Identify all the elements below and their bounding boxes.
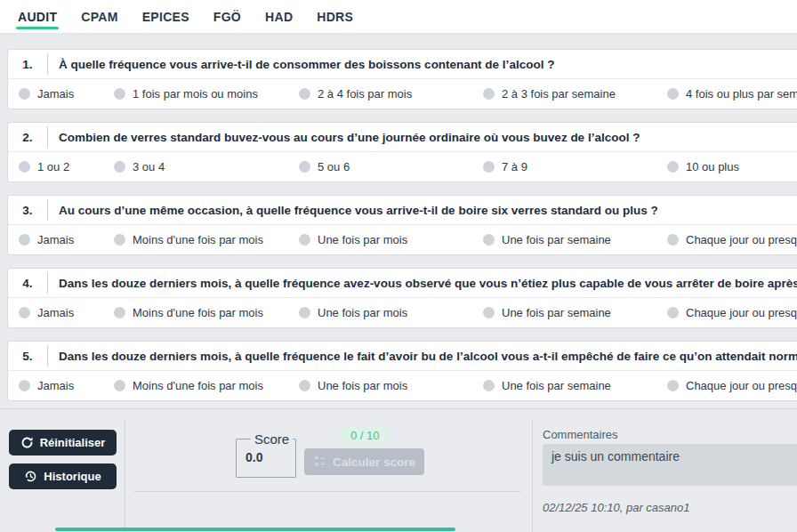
radio-option[interactable]: Chaque jour ou presque (667, 379, 797, 392)
score-value: 0.0 (246, 450, 295, 464)
radio-icon[interactable] (483, 307, 495, 318)
radio-icon[interactable] (299, 380, 310, 391)
question-title-row: 2. Combien de verres standard buvez-vous… (8, 123, 797, 152)
radio-option[interactable]: 5 ou 6 (299, 160, 483, 173)
radio-option[interactable]: 7 à 9 (483, 160, 667, 173)
radio-option[interactable]: 4 fois ou plus par semaine (667, 87, 797, 101)
radio-icon[interactable] (299, 234, 310, 246)
question-card-4: 4. Dans les douze derniers mois, à quell… (7, 268, 797, 328)
radio-icon[interactable] (19, 307, 30, 318)
radio-option-label: Une fois par semaine (502, 306, 611, 319)
question-options-row: 1 ou 2 3 ou 4 5 ou 6 7 à 9 10 ou plus (8, 152, 797, 181)
tab-bar: AUDIT CPAM EPICES FGÖ HAD HDRS (0, 0, 797, 34)
calculate-score-label: Calculer score (333, 455, 415, 469)
question-text: Dans les douze derniers mois, à quelle f… (48, 277, 797, 290)
radio-option[interactable]: Une fois par mois (299, 379, 483, 392)
calculate-score-button[interactable]: +−×÷ Calculer score (304, 448, 424, 475)
radio-icon[interactable] (114, 234, 125, 246)
question-options-row: Jamais Moins d'une fois par mois Une foi… (8, 371, 797, 400)
comments-label: Commentaires (543, 428, 618, 441)
radio-option[interactable]: 1 fois par mois ou moins (114, 87, 299, 101)
radio-icon[interactable] (299, 161, 310, 173)
question-text: À quelle fréquence vous arrive-t-il de c… (48, 58, 554, 71)
radio-option[interactable]: Une fois par semaine (483, 233, 667, 246)
radio-icon[interactable] (483, 234, 495, 246)
radio-option[interactable]: Chaque jour ou presque (667, 233, 797, 246)
divider (133, 491, 521, 492)
radio-option-label: Moins d'une fois par mois (133, 233, 263, 246)
refresh-icon (20, 436, 34, 449)
radio-option[interactable]: Chaque jour ou presque (667, 306, 797, 319)
radio-icon[interactable] (19, 380, 30, 391)
radio-option[interactable]: Une fois par mois (299, 306, 483, 319)
radio-option[interactable]: 3 ou 4 (114, 160, 299, 173)
radio-icon[interactable] (114, 380, 125, 391)
score-legend: Score (251, 431, 293, 447)
question-card-5: 5. Dans les douze derniers mois, à quell… (7, 341, 797, 401)
tab-epices[interactable]: EPICES (141, 0, 191, 33)
reset-button[interactable]: Réinitialiser (9, 430, 117, 455)
radio-option[interactable]: 1 ou 2 (19, 160, 114, 173)
comments-textarea[interactable]: je suis un commentaire (543, 444, 797, 486)
radio-option-label: Chaque jour ou presque (686, 379, 797, 392)
radio-option-label: Jamais (37, 306, 74, 319)
tab-cpam[interactable]: CPAM (79, 0, 119, 33)
radio-icon[interactable] (667, 234, 679, 246)
question-title-row: 3. Au cours d’une même occasion, à quell… (8, 196, 797, 225)
radio-option-label: Moins d'une fois par mois (133, 306, 263, 319)
radio-option[interactable]: 2 à 3 fois par semaine (483, 87, 667, 101)
radio-icon[interactable] (114, 88, 125, 100)
radio-option[interactable]: Moins d'une fois par mois (114, 306, 299, 319)
radio-option[interactable]: Jamais (19, 306, 114, 319)
tab-had[interactable]: HAD (263, 0, 294, 33)
question-title-row: 1. À quelle fréquence vous arrive-t-il d… (8, 50, 797, 79)
radio-icon[interactable] (483, 88, 495, 100)
radio-option[interactable]: Moins d'une fois par mois (114, 379, 299, 392)
tab-audit[interactable]: AUDIT (16, 0, 59, 33)
radio-icon[interactable] (667, 88, 679, 100)
questionnaire-app: AUDIT CPAM EPICES FGÖ HAD HDRS 1. À quel… (0, 0, 797, 532)
question-text: Dans les douze derniers mois, à quelle f… (48, 350, 797, 363)
radio-option-label: 2 à 3 fois par semaine (502, 87, 616, 101)
radio-icon[interactable] (19, 88, 30, 100)
horizontal-scrollbar-thumb[interactable] (55, 528, 455, 531)
radio-icon[interactable] (299, 88, 310, 100)
radio-icon[interactable] (667, 161, 679, 173)
radio-option-label: Une fois par mois (318, 233, 407, 246)
radio-icon[interactable] (114, 307, 125, 318)
radio-option[interactable]: Jamais (19, 233, 114, 246)
history-button[interactable]: Historique (9, 463, 117, 489)
radio-option[interactable]: Une fois par semaine (483, 379, 667, 392)
questions-list: 1. À quelle fréquence vous arrive-t-il d… (0, 34, 797, 401)
radio-option[interactable]: Une fois par mois (299, 233, 483, 246)
radio-option[interactable]: Moins d'une fois par mois (114, 233, 299, 246)
radio-option[interactable]: Jamais (19, 379, 114, 392)
question-options-row: Jamais Moins d'une fois par mois Une foi… (8, 298, 797, 327)
radio-option[interactable]: Une fois par semaine (483, 306, 667, 319)
radio-option-label: Jamais (37, 233, 74, 246)
radio-option[interactable]: Jamais (19, 87, 114, 101)
radio-icon[interactable] (483, 380, 495, 391)
radio-option-label: 5 ou 6 (318, 160, 350, 173)
radio-option-label: Chaque jour ou presque (686, 306, 797, 319)
question-text: Au cours d’une même occasion, à quelle f… (48, 204, 658, 217)
radio-option[interactable]: 10 ou plus (667, 160, 797, 173)
question-number: 1. (8, 58, 47, 71)
radio-icon[interactable] (299, 307, 310, 318)
radio-icon[interactable] (483, 161, 495, 173)
tab-hdrs[interactable]: HDRS (315, 0, 355, 33)
radio-option[interactable]: 2 à 4 fois par mois (299, 87, 483, 101)
radio-option-label: 4 fois ou plus par semaine (686, 87, 797, 101)
radio-option-label: Jamais (37, 87, 74, 101)
radio-option-label: Une fois par semaine (502, 233, 611, 246)
radio-option-label: Une fois par mois (318, 306, 407, 319)
radio-option-label: 2 à 4 fois par mois (318, 87, 412, 101)
radio-icon[interactable] (667, 380, 679, 391)
radio-icon[interactable] (114, 161, 125, 173)
question-number: 2. (8, 131, 47, 144)
question-options-row: Jamais Moins d'une fois par mois Une foi… (8, 225, 797, 254)
radio-icon[interactable] (667, 307, 679, 318)
tab-fgo[interactable]: FGÖ (212, 0, 243, 33)
radio-icon[interactable] (19, 161, 30, 173)
radio-icon[interactable] (19, 234, 30, 246)
